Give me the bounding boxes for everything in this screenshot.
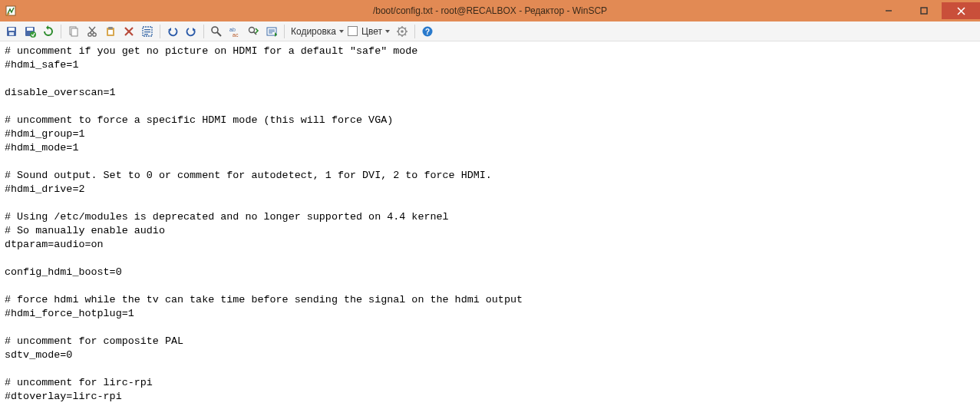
color-label: Цвет bbox=[361, 26, 382, 37]
svg-rect-23 bbox=[144, 29, 150, 30]
replace-button[interactable]: abac bbox=[226, 23, 243, 40]
svg-rect-7 bbox=[9, 32, 14, 35]
color-dropdown[interactable]: Цвет bbox=[359, 23, 392, 40]
svg-line-42 bbox=[398, 28, 399, 28]
separator bbox=[284, 25, 285, 38]
help-button[interactable]: ? bbox=[419, 23, 436, 40]
reload-button[interactable] bbox=[40, 23, 57, 40]
svg-line-15 bbox=[90, 27, 95, 33]
svg-rect-12 bbox=[71, 28, 78, 36]
paste-button[interactable] bbox=[102, 23, 119, 40]
minimize-button[interactable] bbox=[871, 2, 906, 19]
save-button[interactable] bbox=[3, 23, 20, 40]
window-title: /boot/config.txt - root@RECALBOX - Редак… bbox=[0, 5, 980, 16]
separator bbox=[61, 25, 61, 38]
svg-rect-25 bbox=[144, 34, 148, 35]
svg-rect-24 bbox=[144, 31, 150, 32]
window-controls bbox=[871, 2, 980, 19]
copy-button[interactable] bbox=[65, 23, 82, 40]
svg-rect-2 bbox=[921, 8, 927, 14]
chevron-down-icon bbox=[339, 30, 344, 33]
svg-rect-19 bbox=[108, 30, 113, 35]
svg-line-43 bbox=[405, 34, 406, 35]
encoding-dropdown[interactable]: Кодировка bbox=[289, 23, 346, 40]
find-next-button[interactable] bbox=[245, 23, 262, 40]
window-titlebar: /boot/config.txt - root@RECALBOX - Редак… bbox=[0, 0, 980, 21]
separator bbox=[160, 25, 160, 38]
delete-button[interactable] bbox=[120, 23, 137, 40]
separator bbox=[203, 25, 204, 38]
undo-button[interactable] bbox=[164, 23, 181, 40]
redo-button[interactable] bbox=[183, 23, 200, 40]
preferences-button[interactable] bbox=[394, 23, 411, 40]
svg-point-13 bbox=[88, 32, 91, 35]
svg-line-27 bbox=[217, 32, 221, 36]
svg-rect-9 bbox=[27, 28, 33, 31]
svg-line-45 bbox=[405, 28, 406, 28]
select-all-button[interactable] bbox=[139, 23, 156, 40]
app-icon bbox=[0, 0, 21, 21]
color-checkbox[interactable] bbox=[348, 26, 358, 36]
svg-point-14 bbox=[93, 32, 96, 35]
close-button[interactable] bbox=[942, 2, 980, 19]
svg-point-26 bbox=[212, 27, 218, 33]
chevron-down-icon bbox=[385, 30, 390, 33]
svg-rect-18 bbox=[108, 27, 113, 29]
svg-text:?: ? bbox=[425, 28, 430, 36]
svg-line-16 bbox=[89, 27, 94, 33]
save-reload-button[interactable] bbox=[21, 23, 38, 40]
svg-point-37 bbox=[401, 30, 404, 33]
find-button[interactable] bbox=[208, 23, 225, 40]
toolbar: abac Кодировка Цвет ? bbox=[0, 21, 980, 41]
maximize-button[interactable] bbox=[906, 2, 942, 19]
editor-textarea[interactable]: # uncomment if you get no picture on HDM… bbox=[0, 41, 980, 406]
encoding-label: Кодировка bbox=[291, 26, 336, 37]
svg-line-44 bbox=[398, 34, 399, 35]
svg-text:ac: ac bbox=[233, 32, 239, 38]
svg-point-30 bbox=[249, 27, 255, 32]
svg-rect-6 bbox=[8, 28, 15, 31]
svg-text:ab: ab bbox=[229, 27, 236, 32]
goto-line-button[interactable] bbox=[263, 23, 280, 40]
separator bbox=[414, 25, 415, 38]
cut-button[interactable] bbox=[84, 23, 101, 40]
